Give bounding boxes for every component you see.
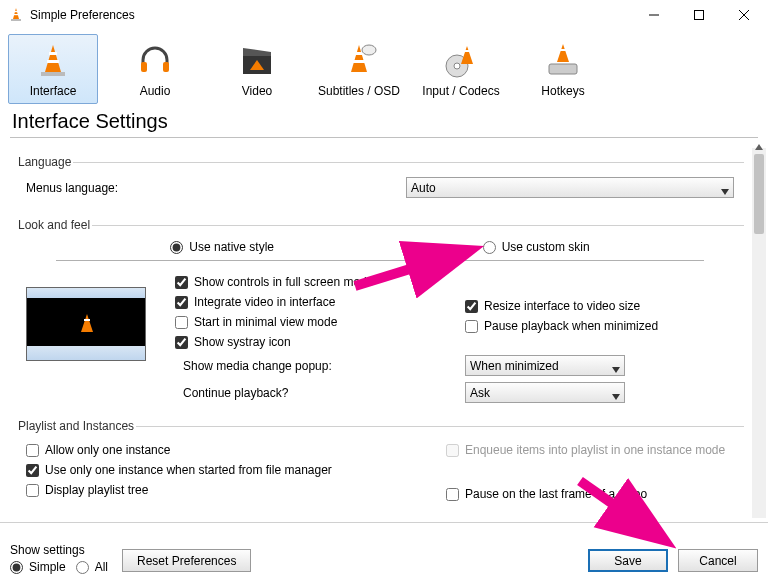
radio-custom-skin[interactable]: Use custom skin [483,240,590,254]
select-value: When minimized [470,359,559,373]
check-minimal-view[interactable]: Start in minimal view mode [175,315,435,329]
reset-preferences-button[interactable]: Reset Preferences [122,549,251,572]
tab-label: Hotkeys [541,84,584,98]
radio-label: Use custom skin [502,240,590,254]
legend: Language [16,155,73,169]
category-tabs: Interface Audio Video Subtitles / OSD In… [0,30,768,104]
svg-marker-28 [721,189,729,195]
radio-native-style[interactable]: Use native style [170,240,274,254]
chevron-down-icon [612,389,620,403]
svg-rect-5 [694,11,703,20]
svg-marker-31 [612,367,620,373]
svg-point-22 [454,63,460,69]
check-pause-minimized[interactable]: Pause playback when minimized [465,319,658,333]
scroll-up-icon[interactable] [752,140,766,154]
svg-marker-32 [612,394,620,400]
svg-rect-27 [560,49,567,51]
tab-input-codecs[interactable]: Input / Codecs [416,34,506,104]
svg-marker-23 [461,46,473,64]
minimize-button[interactable] [631,0,676,30]
svg-rect-1 [11,19,21,21]
group-look-and-feel: Look and feel Use native style Use custo… [16,218,744,409]
svg-rect-13 [163,62,169,72]
check-enqueue: Enqueue items into playlist in one insta… [446,443,725,457]
svg-rect-30 [84,319,90,321]
svg-marker-8 [45,45,61,72]
cone-icon [33,40,73,80]
tab-audio[interactable]: Audio [110,34,200,104]
tab-label: Subtitles / OSD [318,84,400,98]
svg-marker-33 [755,144,763,150]
skin-preview [26,287,146,361]
menus-language-label: Menus language: [26,181,406,195]
svg-rect-3 [14,14,19,15]
vertical-scrollbar[interactable] [752,148,766,518]
group-playlist: Playlist and Instances Allow only one in… [16,419,744,507]
select-value: Ask [470,386,490,400]
content-pane: Language Menus language: Auto Look and f… [8,145,752,520]
save-button[interactable]: Save [588,549,668,572]
divider [10,137,758,138]
check-playlist-tree[interactable]: Display playlist tree [26,483,386,497]
legend: Look and feel [16,218,92,232]
show-settings-label: Show settings [10,543,108,557]
chevron-down-icon [721,184,729,198]
continue-playback-select[interactable]: Ask [465,382,625,403]
headphones-icon [135,40,175,80]
svg-marker-0 [13,8,19,19]
svg-rect-10 [49,52,57,55]
titlebar: Simple Preferences [0,0,768,30]
media-popup-label: Show media change popup: [175,359,425,373]
check-integrate-video[interactable]: Integrate video in interface [175,295,435,309]
close-button[interactable] [721,0,766,30]
svg-marker-26 [557,44,569,62]
check-pause-last-frame[interactable]: Pause on the last frame of a video [446,487,725,501]
show-settings-group: Show settings Simple All [10,543,108,574]
svg-point-20 [362,45,376,55]
legend: Playlist and Instances [16,419,136,433]
tab-video[interactable]: Video [212,34,302,104]
menus-language-select[interactable]: Auto [406,177,734,198]
radio-all[interactable]: All [76,560,108,574]
check-fullscreen-controls[interactable]: Show controls in full screen mode [175,275,435,289]
page-title: Interface Settings [0,104,768,137]
tab-label: Interface [30,84,77,98]
check-resize-to-video[interactable]: Resize interface to video size [465,299,658,313]
check-systray[interactable]: Show systray icon [175,335,435,349]
tab-label: Audio [140,84,171,98]
tab-label: Video [242,84,272,98]
group-language: Language Menus language: Auto [16,155,744,208]
tab-subtitles[interactable]: Subtitles / OSD [314,34,404,104]
svg-rect-12 [141,62,147,72]
check-one-instance[interactable]: Allow only one instance [26,443,386,457]
window-title: Simple Preferences [30,8,631,22]
svg-marker-15 [243,48,271,56]
svg-rect-9 [41,72,65,76]
disc-icon [441,40,481,80]
tab-hotkeys[interactable]: Hotkeys [518,34,608,104]
app-icon [8,7,24,23]
media-popup-select[interactable]: When minimized [465,355,625,376]
radio-simple[interactable]: Simple [10,560,66,574]
check-one-instance-filemgr[interactable]: Use only one instance when started from … [26,463,386,477]
svg-rect-25 [549,64,577,74]
clapper-icon [237,40,277,80]
svg-rect-2 [14,11,18,12]
tab-interface[interactable]: Interface [8,34,98,104]
svg-rect-24 [463,50,471,52]
chevron-down-icon [612,362,620,376]
maximize-button[interactable] [676,0,721,30]
bottom-bar: Show settings Simple All Reset Preferenc… [0,522,768,578]
cancel-button[interactable]: Cancel [678,549,758,572]
svg-marker-29 [81,314,93,332]
speech-icon [339,40,379,80]
select-value: Auto [411,181,436,195]
continue-playback-label: Continue playback? [175,386,425,400]
tab-label: Input / Codecs [422,84,499,98]
svg-rect-19 [352,60,366,63]
scroll-thumb[interactable] [754,154,764,234]
cone-icon [75,312,99,339]
radio-label: Use native style [189,240,274,254]
hotkeys-icon [543,40,583,80]
svg-rect-11 [47,60,59,63]
